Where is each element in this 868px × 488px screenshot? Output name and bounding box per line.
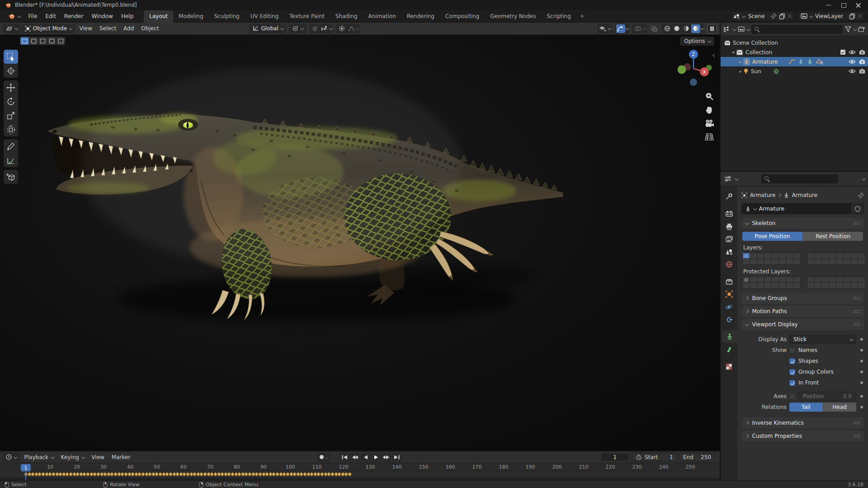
snap-magnet-icon[interactable] — [311, 24, 320, 33]
armature-layer-cell[interactable] — [772, 253, 778, 258]
panel-header-bone-groups[interactable]: Bone Groups — [741, 293, 864, 304]
select-mode-intersect[interactable] — [57, 37, 65, 45]
tool-select-box[interactable] — [4, 50, 18, 64]
armature-layer-cell[interactable] — [858, 259, 865, 264]
armature-layer-cell[interactable] — [851, 283, 858, 288]
eye-icon[interactable] — [849, 50, 856, 55]
workspace-tab-animation[interactable]: Animation — [363, 10, 401, 23]
checkbox-group-colors[interactable] — [789, 369, 795, 375]
armature-layer-cell[interactable] — [786, 283, 793, 288]
pose-position-button[interactable]: Pose Position — [742, 232, 803, 241]
armature-layer-cell[interactable] — [743, 277, 750, 282]
drag-grip-icon[interactable] — [853, 221, 860, 225]
armature-layer-cell[interactable] — [844, 283, 850, 288]
armature-layer-cell[interactable] — [858, 277, 865, 282]
current-frame-field[interactable]: 1 — [600, 453, 629, 461]
visibility-dropdown[interactable] — [597, 24, 612, 33]
tab-texture[interactable] — [721, 360, 737, 373]
new-collection-icon[interactable] — [858, 26, 865, 33]
drag-grip-icon[interactable] — [853, 323, 860, 326]
tab-bone[interactable] — [721, 343, 737, 356]
armature-layer-cell[interactable] — [779, 277, 786, 282]
gizmo-axis-y[interactable] — [678, 66, 686, 74]
tab-physics[interactable] — [721, 300, 737, 313]
overlays-toggle[interactable] — [633, 24, 642, 33]
camera-icon[interactable] — [859, 59, 865, 64]
xray-toggle[interactable] — [650, 24, 659, 33]
rest-position-button[interactable]: Rest Position — [803, 232, 863, 241]
frame-start-field[interactable]: Start 1 — [632, 453, 677, 461]
panel-header-inverse-kinematics[interactable]: Inverse Kinematics — [741, 418, 864, 428]
orthographic-toggle-button[interactable] — [703, 131, 715, 143]
timeline-menu-view[interactable]: View — [88, 453, 108, 462]
armature-layer-cell[interactable] — [779, 283, 786, 288]
outliner-row-collection[interactable]: ▾ Collection — [721, 47, 868, 57]
3d-viewport[interactable]: Object Mode ViewSelectAddObject Global — [0, 23, 720, 450]
armature-layer-cell[interactable] — [836, 253, 843, 258]
armature-layer-cell[interactable] — [750, 283, 757, 288]
animate-dot[interactable] — [860, 381, 863, 384]
panel-header-skeleton[interactable]: Skeleton — [741, 218, 864, 229]
drag-grip-icon[interactable] — [853, 310, 860, 313]
armature-layer-cell[interactable] — [772, 277, 778, 282]
armature-layer-cell[interactable] — [815, 253, 821, 258]
workspace-tab-geometry-nodes[interactable]: Geometry Nodes — [485, 10, 541, 23]
viewport-menu-select[interactable]: Select — [96, 24, 120, 33]
previous-keyframe-button[interactable] — [350, 453, 360, 461]
filter-icon[interactable] — [845, 26, 851, 32]
outliner-row-sun[interactable]: ▸ Sun — [721, 66, 868, 76]
armature-layer-cell[interactable] — [815, 283, 821, 288]
workspace-add-button[interactable]: + — [576, 10, 588, 23]
timeline-ruler[interactable]: 1020304050607080901001101201301401501601… — [0, 463, 720, 471]
outliner-search-input[interactable] — [763, 26, 840, 32]
armature-layer-cell[interactable] — [844, 277, 850, 282]
armature-layer-cell[interactable] — [764, 283, 771, 288]
armature-layer-cell[interactable] — [743, 259, 750, 264]
camera-icon[interactable] — [859, 50, 865, 55]
timeline-menu-playback[interactable]: Playback — [21, 453, 57, 462]
eye-icon[interactable] — [849, 59, 856, 64]
timeline-menu-marker[interactable]: Marker — [108, 453, 134, 462]
menubar-menu-render[interactable]: Render — [60, 11, 88, 21]
workspace-tab-layout[interactable]: Layout — [144, 10, 173, 23]
breadcrumb-data[interactable]: Armature — [792, 192, 817, 198]
checkbox-names[interactable] — [789, 347, 795, 353]
blender-menu-button[interactable] — [4, 11, 24, 21]
armature-layer-cell[interactable] — [836, 277, 843, 282]
workspace-tab-uv-editing[interactable]: UV Editing — [245, 10, 284, 23]
armature-layer-cell[interactable] — [757, 259, 764, 264]
axes-checkbox[interactable] — [789, 394, 795, 399]
outliner-search[interactable] — [751, 25, 843, 34]
remove-viewlayer-icon[interactable] — [858, 14, 862, 18]
armature-layer-cell[interactable] — [786, 277, 793, 282]
close-button[interactable] — [856, 3, 861, 8]
relations-head-button[interactable]: Head — [823, 403, 857, 412]
new-scene-icon[interactable] — [779, 13, 785, 19]
tool-scale[interactable] — [4, 108, 18, 122]
tab-output[interactable] — [721, 220, 737, 233]
falloff-curve-icon[interactable] — [347, 24, 356, 33]
armature-layer-cell[interactable] — [822, 259, 829, 264]
play-button[interactable] — [371, 453, 381, 461]
unlink-scene-icon[interactable] — [788, 14, 792, 18]
outliner-row-armature[interactable]: ▸ Armature 2 — [721, 57, 868, 66]
armature-layer-cell[interactable] — [772, 283, 778, 288]
pin-icon[interactable] — [858, 192, 864, 198]
armature-layer-cell[interactable] — [807, 277, 814, 282]
frame-end-field[interactable]: End 250 — [679, 453, 715, 461]
keyframe-track[interactable] — [0, 471, 720, 478]
viewlayer-selector[interactable]: ViewLayer — [798, 11, 864, 21]
armature-layer-cell[interactable] — [793, 253, 800, 258]
animate-dot[interactable] — [860, 349, 863, 352]
armature-layer-cell[interactable] — [750, 259, 757, 264]
jump-to-end-button[interactable] — [392, 453, 401, 461]
properties-search[interactable] — [761, 174, 838, 183]
armature-layer-cell[interactable] — [807, 253, 814, 258]
armature-layer-cell[interactable] — [757, 283, 764, 288]
tab-render[interactable] — [721, 207, 737, 220]
gizmo-axis-neg-z[interactable] — [690, 79, 697, 86]
armature-layer-cell[interactable] — [836, 283, 843, 288]
armature-layer-cell[interactable] — [851, 277, 858, 282]
keyframe-diamond[interactable] — [348, 472, 352, 477]
tab-object[interactable] — [721, 288, 737, 300]
